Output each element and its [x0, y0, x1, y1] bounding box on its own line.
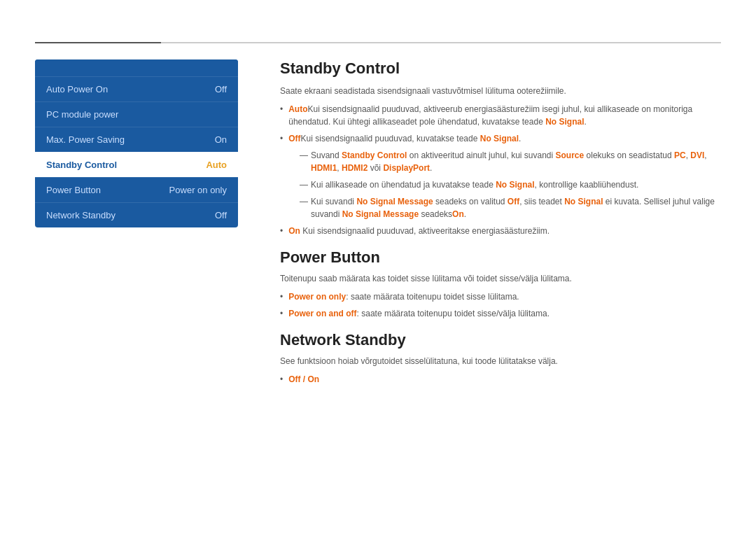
- sections-container: Standby ControlSaate ekraani seadistada …: [280, 59, 721, 386]
- menu-item-value-4: Power on only: [169, 185, 227, 195]
- bullet-item-power-button-0: Power on only: saate määrata toitenupu t…: [280, 290, 721, 303]
- sub-item-text-1: Kui allikaseade on ühendatud ja kuvataks…: [311, 178, 638, 191]
- menu-items: Auto Power OnOffPC module powerMax. Powe…: [35, 76, 238, 227]
- menu-item-0[interactable]: Auto Power OnOff: [35, 76, 238, 101]
- bullet-label-0: Off / On: [288, 374, 319, 384]
- menu-item-5[interactable]: Network StandbyOff: [35, 202, 238, 227]
- sub-item-1: — Kui allikaseade on ühendatud ja kuvata…: [280, 178, 721, 191]
- bullet-label-0: Auto: [288, 104, 307, 114]
- menu-item-label-0: Auto Power On: [46, 84, 108, 94]
- section-desc-standby-control: Saate ekraani seadistada sisendsignaali …: [280, 85, 721, 97]
- bullet-list-standby-control: AutoKui sisendsignaalid puuduvad, aktive…: [280, 103, 721, 237]
- bullet-label-1: Off: [288, 134, 300, 143]
- sub-item-2: — Kui suvandi No Signal Message seadeks …: [280, 195, 721, 220]
- section-title-power-button: Power Button: [280, 248, 721, 267]
- menu-item-label-3: Standby Control: [46, 160, 117, 170]
- menu-item-1[interactable]: PC module power: [35, 101, 238, 127]
- menu-item-value-5: Off: [215, 210, 227, 220]
- bullet-content-1: Power on and off: saate määrata toitenup…: [288, 307, 721, 320]
- bullet-content-1: OffKui sisendsignaalid puuduvad, kuvatak…: [288, 132, 721, 145]
- bullet-item-power-button-1: Power on and off: saate määrata toitenup…: [280, 307, 721, 320]
- section-title-network-standby: Network Standby: [280, 331, 721, 349]
- bullet-highlight-1: No Signal: [480, 134, 519, 143]
- menu-item-3[interactable]: Standby ControlAuto: [35, 152, 238, 177]
- sub-item-text-2: Kui suvandi No Signal Message seadeks on…: [311, 195, 721, 220]
- menu-item-value-2: On: [215, 134, 227, 145]
- section-desc-power-button: Toitenupu saab määrata kas toidet sisse …: [280, 272, 721, 285]
- bullet-label-0: Power on only: [288, 292, 346, 302]
- section-desc-network-standby: See funktsioon hoiab võrgutoidet sisselü…: [280, 355, 721, 367]
- sub-item-0: — Suvand Standby Control on aktiveeritud…: [280, 149, 721, 174]
- content-area: Standby ControlSaate ekraani seadistada …: [280, 59, 721, 499]
- menu-item-value-3: Auto: [206, 160, 227, 170]
- menu-item-value-0: Off: [215, 84, 227, 94]
- top-border: [35, 42, 721, 43]
- menu-item-4[interactable]: Power ButtonPower on only: [35, 177, 238, 202]
- section-title-standby-control: Standby Control: [280, 59, 721, 78]
- menu-item-label-1: PC module power: [46, 109, 118, 120]
- sub-item-text-0: Suvand Standby Control on aktiveeritud a…: [311, 149, 721, 174]
- menu-item-label-2: Max. Power Saving: [46, 134, 125, 145]
- extra-bullet-standby-control: On Kui sisendsignaalid puuduvad, aktivee…: [280, 225, 721, 237]
- bullet-content-0: Off / On: [288, 373, 721, 386]
- menu-item-label-4: Power Button: [46, 185, 101, 195]
- bullet-item-network-standby-0: Off / On: [280, 373, 721, 386]
- bullet-list-network-standby: Off / On: [280, 373, 721, 386]
- bullet-highlight-0: No Signal: [545, 117, 584, 127]
- bullet-list-power-button: Power on only: saate määrata toitenupu t…: [280, 290, 721, 320]
- panel-title: [35, 59, 238, 76]
- bullet-label-1: Power on and off: [288, 309, 356, 318]
- menu-item-2[interactable]: Max. Power SavingOn: [35, 127, 238, 152]
- bullet-content-0: AutoKui sisendsignaalid puuduvad, aktive…: [288, 103, 721, 128]
- bullet-item-standby-control-0: AutoKui sisendsignaalid puuduvad, aktive…: [280, 103, 721, 128]
- bullet-content-0: Power on only: saate määrata toitenupu t…: [288, 290, 721, 303]
- menu-item-label-5: Network Standby: [46, 210, 115, 220]
- bullet-item-standby-control-1: OffKui sisendsignaalid puuduvad, kuvatak…: [280, 132, 721, 145]
- left-panel: Auto Power OnOffPC module powerMax. Powe…: [35, 59, 238, 227]
